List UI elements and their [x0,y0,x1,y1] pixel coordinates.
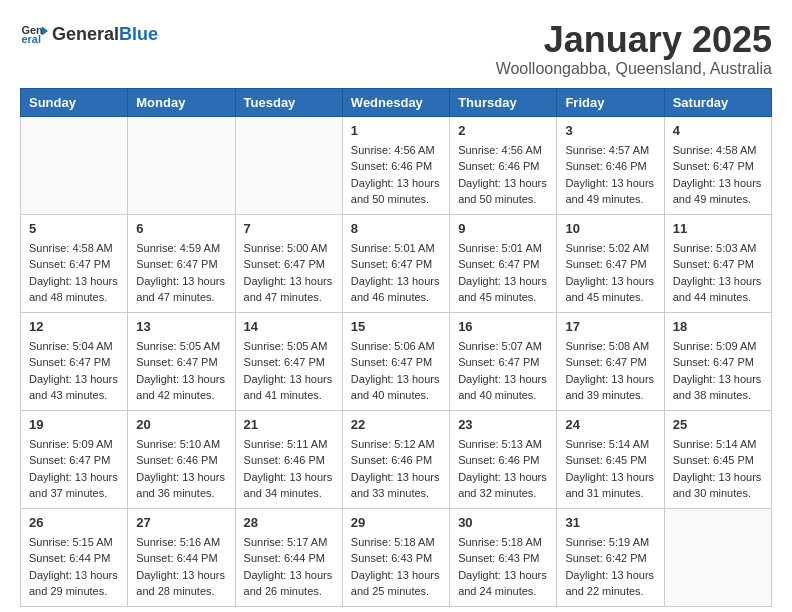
calendar-week-row: 1Sunrise: 4:56 AMSunset: 6:46 PMDaylight… [21,116,772,214]
day-info: Sunrise: 5:09 AMSunset: 6:47 PMDaylight:… [673,338,763,404]
calendar-cell: 21Sunrise: 5:11 AMSunset: 6:46 PMDayligh… [235,410,342,508]
day-info: Sunrise: 4:56 AMSunset: 6:46 PMDaylight:… [458,142,548,208]
day-info: Sunrise: 5:06 AMSunset: 6:47 PMDaylight:… [351,338,441,404]
calendar-cell: 13Sunrise: 5:05 AMSunset: 6:47 PMDayligh… [128,312,235,410]
day-number: 30 [458,515,548,530]
day-info: Sunrise: 5:00 AMSunset: 6:47 PMDaylight:… [244,240,334,306]
day-number: 12 [29,319,119,334]
day-info: Sunrise: 5:05 AMSunset: 6:47 PMDaylight:… [244,338,334,404]
day-number: 31 [565,515,655,530]
day-info: Sunrise: 4:59 AMSunset: 6:47 PMDaylight:… [136,240,226,306]
day-number: 23 [458,417,548,432]
calendar-cell: 28Sunrise: 5:17 AMSunset: 6:44 PMDayligh… [235,508,342,606]
day-number: 22 [351,417,441,432]
day-number: 25 [673,417,763,432]
day-number: 28 [244,515,334,530]
day-info: Sunrise: 5:10 AMSunset: 6:46 PMDaylight:… [136,436,226,502]
calendar-cell: 2Sunrise: 4:56 AMSunset: 6:46 PMDaylight… [450,116,557,214]
calendar-cell: 11Sunrise: 5:03 AMSunset: 6:47 PMDayligh… [664,214,771,312]
calendar-cell: 6Sunrise: 4:59 AMSunset: 6:47 PMDaylight… [128,214,235,312]
calendar-week-row: 5Sunrise: 4:58 AMSunset: 6:47 PMDaylight… [21,214,772,312]
day-info: Sunrise: 5:09 AMSunset: 6:47 PMDaylight:… [29,436,119,502]
calendar-cell: 20Sunrise: 5:10 AMSunset: 6:46 PMDayligh… [128,410,235,508]
day-number: 17 [565,319,655,334]
day-number: 8 [351,221,441,236]
calendar-cell: 10Sunrise: 5:02 AMSunset: 6:47 PMDayligh… [557,214,664,312]
svg-marker-2 [42,26,48,35]
weekday-header-friday: Friday [557,88,664,116]
calendar-cell: 17Sunrise: 5:08 AMSunset: 6:47 PMDayligh… [557,312,664,410]
calendar-cell: 16Sunrise: 5:07 AMSunset: 6:47 PMDayligh… [450,312,557,410]
calendar-cell: 29Sunrise: 5:18 AMSunset: 6:43 PMDayligh… [342,508,449,606]
logo-icon: Gen eral [20,20,48,48]
day-info: Sunrise: 5:01 AMSunset: 6:47 PMDaylight:… [458,240,548,306]
day-number: 5 [29,221,119,236]
day-number: 20 [136,417,226,432]
calendar-cell: 23Sunrise: 5:13 AMSunset: 6:46 PMDayligh… [450,410,557,508]
day-number: 4 [673,123,763,138]
day-info: Sunrise: 4:56 AMSunset: 6:46 PMDaylight:… [351,142,441,208]
calendar-cell: 15Sunrise: 5:06 AMSunset: 6:47 PMDayligh… [342,312,449,410]
calendar-cell: 22Sunrise: 5:12 AMSunset: 6:46 PMDayligh… [342,410,449,508]
day-info: Sunrise: 5:08 AMSunset: 6:47 PMDaylight:… [565,338,655,404]
weekday-header-sunday: Sunday [21,88,128,116]
month-title: January 2025 [496,20,772,60]
day-info: Sunrise: 5:01 AMSunset: 6:47 PMDaylight:… [351,240,441,306]
day-info: Sunrise: 5:14 AMSunset: 6:45 PMDaylight:… [565,436,655,502]
day-info: Sunrise: 5:03 AMSunset: 6:47 PMDaylight:… [673,240,763,306]
calendar-cell: 8Sunrise: 5:01 AMSunset: 6:47 PMDaylight… [342,214,449,312]
calendar-cell: 31Sunrise: 5:19 AMSunset: 6:42 PMDayligh… [557,508,664,606]
day-info: Sunrise: 5:14 AMSunset: 6:45 PMDaylight:… [673,436,763,502]
logo-blue: Blue [119,24,158,44]
day-number: 26 [29,515,119,530]
calendar-cell [21,116,128,214]
weekday-header-wednesday: Wednesday [342,88,449,116]
calendar-cell: 24Sunrise: 5:14 AMSunset: 6:45 PMDayligh… [557,410,664,508]
day-number: 2 [458,123,548,138]
calendar-cell [235,116,342,214]
page-header: Gen eral GeneralBlue January 2025 Woollo… [20,20,772,78]
day-info: Sunrise: 5:19 AMSunset: 6:42 PMDaylight:… [565,534,655,600]
day-number: 19 [29,417,119,432]
calendar-cell: 1Sunrise: 4:56 AMSunset: 6:46 PMDaylight… [342,116,449,214]
logo: Gen eral GeneralBlue [20,20,158,48]
calendar-week-row: 26Sunrise: 5:15 AMSunset: 6:44 PMDayligh… [21,508,772,606]
day-info: Sunrise: 4:58 AMSunset: 6:47 PMDaylight:… [29,240,119,306]
day-info: Sunrise: 5:13 AMSunset: 6:46 PMDaylight:… [458,436,548,502]
day-number: 3 [565,123,655,138]
day-number: 9 [458,221,548,236]
calendar-cell: 19Sunrise: 5:09 AMSunset: 6:47 PMDayligh… [21,410,128,508]
day-info: Sunrise: 5:16 AMSunset: 6:44 PMDaylight:… [136,534,226,600]
day-number: 16 [458,319,548,334]
calendar-cell: 5Sunrise: 4:58 AMSunset: 6:47 PMDaylight… [21,214,128,312]
day-info: Sunrise: 5:02 AMSunset: 6:47 PMDaylight:… [565,240,655,306]
day-number: 11 [673,221,763,236]
weekday-header-tuesday: Tuesday [235,88,342,116]
calendar-week-row: 12Sunrise: 5:04 AMSunset: 6:47 PMDayligh… [21,312,772,410]
calendar-cell: 25Sunrise: 5:14 AMSunset: 6:45 PMDayligh… [664,410,771,508]
weekday-header-monday: Monday [128,88,235,116]
day-info: Sunrise: 5:04 AMSunset: 6:47 PMDaylight:… [29,338,119,404]
calendar-cell: 4Sunrise: 4:58 AMSunset: 6:47 PMDaylight… [664,116,771,214]
day-number: 7 [244,221,334,236]
day-number: 13 [136,319,226,334]
calendar-cell: 26Sunrise: 5:15 AMSunset: 6:44 PMDayligh… [21,508,128,606]
day-info: Sunrise: 4:57 AMSunset: 6:46 PMDaylight:… [565,142,655,208]
logo-general: General [52,24,119,44]
calendar-week-row: 19Sunrise: 5:09 AMSunset: 6:47 PMDayligh… [21,410,772,508]
calendar-table: SundayMondayTuesdayWednesdayThursdayFrid… [20,88,772,607]
weekday-header-saturday: Saturday [664,88,771,116]
calendar-cell: 30Sunrise: 5:18 AMSunset: 6:43 PMDayligh… [450,508,557,606]
calendar-cell: 18Sunrise: 5:09 AMSunset: 6:47 PMDayligh… [664,312,771,410]
calendar-cell: 27Sunrise: 5:16 AMSunset: 6:44 PMDayligh… [128,508,235,606]
calendar-cell: 12Sunrise: 5:04 AMSunset: 6:47 PMDayligh… [21,312,128,410]
day-number: 6 [136,221,226,236]
calendar-cell: 7Sunrise: 5:00 AMSunset: 6:47 PMDaylight… [235,214,342,312]
weekday-header-row: SundayMondayTuesdayWednesdayThursdayFrid… [21,88,772,116]
day-info: Sunrise: 5:05 AMSunset: 6:47 PMDaylight:… [136,338,226,404]
day-info: Sunrise: 5:17 AMSunset: 6:44 PMDaylight:… [244,534,334,600]
day-info: Sunrise: 5:18 AMSunset: 6:43 PMDaylight:… [458,534,548,600]
day-number: 24 [565,417,655,432]
day-info: Sunrise: 5:18 AMSunset: 6:43 PMDaylight:… [351,534,441,600]
day-info: Sunrise: 5:15 AMSunset: 6:44 PMDaylight:… [29,534,119,600]
